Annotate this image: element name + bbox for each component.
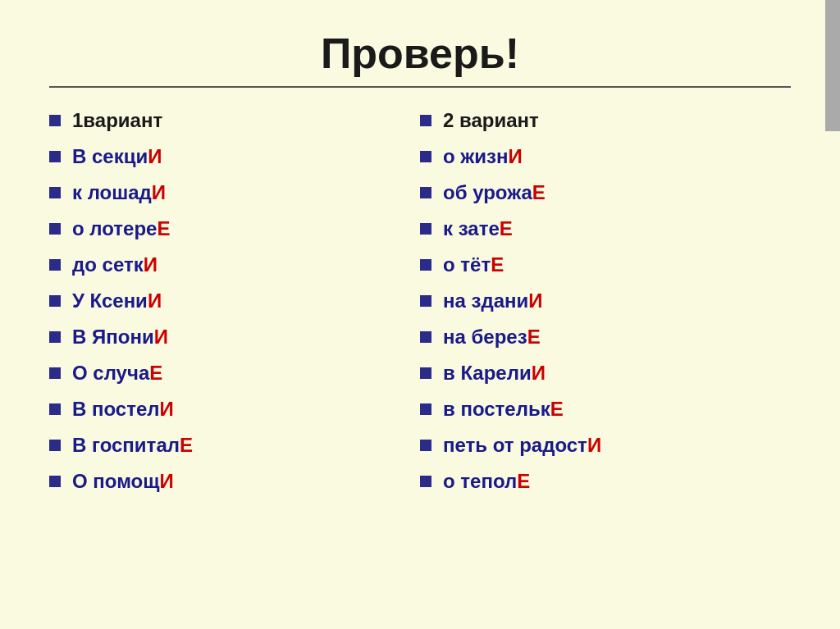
list-item: о жизнИ bbox=[420, 140, 791, 173]
item-text: до сеткИ bbox=[72, 250, 158, 280]
list-item: до сеткИ bbox=[49, 248, 420, 281]
list-item: к лошадИ bbox=[49, 176, 420, 209]
column-col1: 1вариантВ секциИк лошадИо лотереЕдо сетк… bbox=[49, 104, 420, 498]
list-item: о теполЕ bbox=[420, 465, 791, 498]
right-decoration-bar bbox=[825, 0, 840, 131]
item-text: к затеЕ bbox=[443, 214, 513, 244]
item-text: к лошадИ bbox=[72, 178, 166, 207]
list-item: о лотереЕ bbox=[49, 212, 420, 245]
bullet-icon bbox=[420, 331, 431, 343]
item-ending: И bbox=[148, 289, 162, 312]
bullet-icon bbox=[420, 259, 431, 271]
item-ending: Е bbox=[517, 470, 530, 492]
bullet-icon bbox=[49, 440, 61, 451]
bullet-icon bbox=[420, 223, 431, 235]
bullet-icon bbox=[420, 151, 431, 162]
item-text: о тётЕ bbox=[443, 250, 504, 280]
list-item: В госпиталЕ bbox=[49, 429, 420, 462]
item-text: на березЕ bbox=[443, 322, 541, 352]
item-text: в КарелиИ bbox=[443, 358, 546, 388]
list-item: к затеЕ bbox=[420, 212, 791, 245]
item-ending: Е bbox=[157, 217, 170, 239]
item-ending: И bbox=[532, 362, 546, 384]
bullet-icon bbox=[420, 115, 431, 126]
item-ending: Е bbox=[527, 326, 541, 348]
list-item: О случаЕ bbox=[49, 357, 420, 390]
bullet-icon bbox=[49, 187, 61, 198]
list-item: петь от радостИ bbox=[420, 429, 791, 462]
bullet-icon bbox=[420, 476, 431, 487]
bullet-icon bbox=[49, 259, 61, 271]
bullet-icon bbox=[49, 331, 61, 343]
item-ending: И bbox=[160, 470, 174, 492]
list-item: В постелИ bbox=[49, 393, 420, 426]
item-ending: Е bbox=[180, 434, 193, 456]
item-ending: Е bbox=[550, 398, 564, 420]
item-ending: Е bbox=[149, 362, 162, 384]
item-ending: Е bbox=[491, 253, 504, 276]
page-title: Проверь! bbox=[49, 16, 791, 78]
bullet-icon bbox=[49, 223, 61, 235]
bullet-icon bbox=[49, 295, 61, 307]
item-ending: И bbox=[587, 434, 601, 456]
item-ending: И bbox=[160, 398, 174, 420]
list-item: об урожаЕ bbox=[420, 176, 791, 209]
page: Проверь! 1вариантВ секциИк лошадИо лотер… bbox=[0, 0, 840, 629]
list-item: в постелькЕ bbox=[420, 393, 791, 426]
bullet-icon bbox=[420, 187, 431, 198]
item-text: В госпиталЕ bbox=[72, 431, 193, 460]
item-text: 2 вариант bbox=[443, 106, 539, 135]
item-text: 1вариант bbox=[72, 106, 162, 135]
item-ending: Е bbox=[532, 181, 546, 203]
bullet-icon bbox=[49, 151, 61, 162]
bullet-icon bbox=[49, 115, 61, 126]
item-ending: И bbox=[509, 145, 523, 167]
list-item: О помощИ bbox=[49, 465, 420, 498]
bullet-icon bbox=[420, 367, 431, 379]
bullet-icon bbox=[49, 367, 61, 379]
item-text: О помощИ bbox=[72, 467, 174, 496]
bullet-icon bbox=[420, 295, 431, 307]
item-text: петь от радостИ bbox=[443, 431, 601, 460]
item-text: о лотереЕ bbox=[72, 214, 170, 244]
column-col2: 2 варианто жизнИоб урожаЕк затеЕо тётЕна… bbox=[420, 104, 791, 498]
item-ending: И bbox=[144, 253, 158, 276]
item-text: на зданиИ bbox=[443, 286, 543, 316]
list-item: 1вариант bbox=[49, 104, 420, 137]
item-text: О случаЕ bbox=[72, 358, 162, 388]
bullet-icon bbox=[49, 476, 61, 487]
item-text: об урожаЕ bbox=[443, 178, 546, 207]
item-ending: И bbox=[148, 145, 162, 167]
list-item: на березЕ bbox=[420, 321, 791, 353]
item-ending: И bbox=[152, 181, 166, 203]
item-text: о теполЕ bbox=[443, 467, 530, 496]
list-item: 2 вариант bbox=[420, 104, 791, 137]
item-text: в постелькЕ bbox=[443, 394, 564, 424]
list-item: В ЯпониИ bbox=[49, 321, 420, 353]
list-item: В секциИ bbox=[49, 140, 420, 173]
list-item: о тётЕ bbox=[420, 248, 791, 281]
item-text: В постелИ bbox=[72, 394, 174, 424]
bullet-icon bbox=[49, 403, 61, 415]
item-ending: И bbox=[154, 326, 168, 348]
item-text: о жизнИ bbox=[443, 142, 523, 171]
list-item: У КсениИ bbox=[49, 285, 420, 317]
item-text: У КсениИ bbox=[72, 286, 162, 316]
bullet-icon bbox=[420, 440, 431, 451]
bullet-icon bbox=[420, 403, 431, 415]
item-text: В секциИ bbox=[72, 142, 162, 171]
divider bbox=[49, 86, 791, 88]
list-item: на зданиИ bbox=[420, 285, 791, 317]
list-item: в КарелиИ bbox=[420, 357, 791, 390]
item-ending: Е bbox=[500, 217, 513, 239]
item-ending: И bbox=[528, 289, 542, 312]
item-text: В ЯпониИ bbox=[72, 322, 168, 352]
content-area: 1вариантВ секциИк лошадИо лотереЕдо сетк… bbox=[49, 104, 791, 498]
